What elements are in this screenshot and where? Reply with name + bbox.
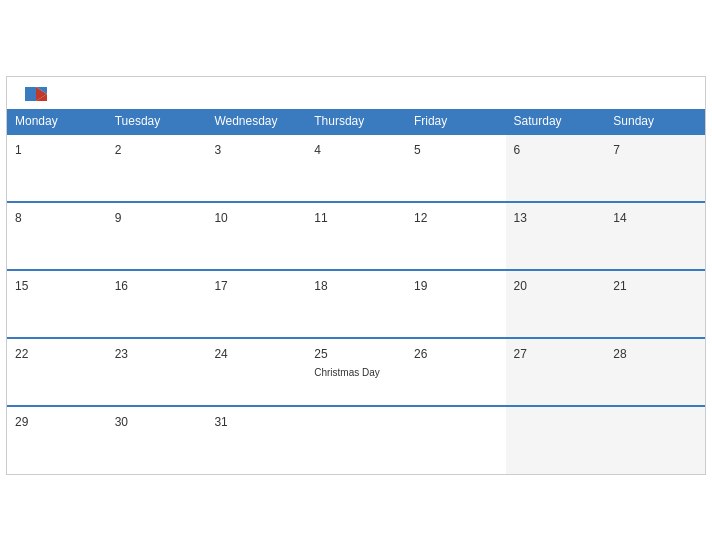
day-number: 11 <box>314 211 327 225</box>
day-number: 9 <box>115 211 122 225</box>
day-number: 18 <box>314 279 327 293</box>
calendar-cell <box>506 406 606 474</box>
day-number: 6 <box>514 143 521 157</box>
calendar-cell: 17 <box>206 270 306 338</box>
calendar-cell: 5 <box>406 134 506 202</box>
day-number: 3 <box>214 143 221 157</box>
svg-marker-2 <box>25 87 36 101</box>
weekday-header-thursday: Thursday <box>306 109 406 134</box>
calendar-cell: 11 <box>306 202 406 270</box>
day-number: 25 <box>314 347 327 361</box>
day-number: 16 <box>115 279 128 293</box>
weekday-header-saturday: Saturday <box>506 109 606 134</box>
day-number: 30 <box>115 415 128 429</box>
day-number: 22 <box>15 347 28 361</box>
calendar-cell: 28 <box>605 338 705 406</box>
calendar-cell: 2 <box>107 134 207 202</box>
day-number: 1 <box>15 143 22 157</box>
day-number: 7 <box>613 143 620 157</box>
weekday-header-wednesday: Wednesday <box>206 109 306 134</box>
day-number: 31 <box>214 415 227 429</box>
calendar-thead: MondayTuesdayWednesdayThursdayFridaySatu… <box>7 109 705 134</box>
weekday-header-sunday: Sunday <box>605 109 705 134</box>
calendar-cell: 1 <box>7 134 107 202</box>
calendar-cell: 25Christmas Day <box>306 338 406 406</box>
calendar-cell: 16 <box>107 270 207 338</box>
logo <box>23 87 47 101</box>
calendar-cell: 8 <box>7 202 107 270</box>
calendar-cell: 26 <box>406 338 506 406</box>
logo-flag-icon <box>25 87 47 101</box>
day-number: 23 <box>115 347 128 361</box>
calendar-cell: 10 <box>206 202 306 270</box>
day-number: 28 <box>613 347 626 361</box>
calendar-cell: 7 <box>605 134 705 202</box>
calendar-tbody: 1234567891011121314151617181920212223242… <box>7 134 705 474</box>
calendar-cell: 4 <box>306 134 406 202</box>
day-event: Christmas Day <box>314 367 380 378</box>
weekday-header-friday: Friday <box>406 109 506 134</box>
calendar-cell <box>406 406 506 474</box>
calendar-cell <box>605 406 705 474</box>
day-number: 24 <box>214 347 227 361</box>
day-number: 17 <box>214 279 227 293</box>
calendar-cell: 6 <box>506 134 606 202</box>
calendar-cell <box>306 406 406 474</box>
calendar: MondayTuesdayWednesdayThursdayFridaySatu… <box>6 76 706 475</box>
calendar-cell: 21 <box>605 270 705 338</box>
week-row-4: 22232425Christmas Day262728 <box>7 338 705 406</box>
day-number: 4 <box>314 143 321 157</box>
week-row-1: 1234567 <box>7 134 705 202</box>
day-number: 8 <box>15 211 22 225</box>
day-number: 26 <box>414 347 427 361</box>
week-row-5: 293031 <box>7 406 705 474</box>
calendar-cell: 9 <box>107 202 207 270</box>
day-number: 14 <box>613 211 626 225</box>
calendar-cell: 27 <box>506 338 606 406</box>
calendar-cell: 29 <box>7 406 107 474</box>
calendar-cell: 18 <box>306 270 406 338</box>
calendar-cell: 20 <box>506 270 606 338</box>
weekday-header-row: MondayTuesdayWednesdayThursdayFridaySatu… <box>7 109 705 134</box>
day-number: 20 <box>514 279 527 293</box>
calendar-cell: 14 <box>605 202 705 270</box>
calendar-cell: 31 <box>206 406 306 474</box>
calendar-cell: 30 <box>107 406 207 474</box>
week-row-3: 15161718192021 <box>7 270 705 338</box>
day-number: 15 <box>15 279 28 293</box>
calendar-cell: 19 <box>406 270 506 338</box>
weekday-header-monday: Monday <box>7 109 107 134</box>
day-number: 13 <box>514 211 527 225</box>
day-number: 2 <box>115 143 122 157</box>
calendar-cell: 22 <box>7 338 107 406</box>
calendar-cell: 13 <box>506 202 606 270</box>
calendar-cell: 23 <box>107 338 207 406</box>
day-number: 21 <box>613 279 626 293</box>
day-number: 29 <box>15 415 28 429</box>
calendar-header <box>7 77 705 109</box>
calendar-cell: 3 <box>206 134 306 202</box>
weekday-header-tuesday: Tuesday <box>107 109 207 134</box>
calendar-table: MondayTuesdayWednesdayThursdayFridaySatu… <box>7 109 705 474</box>
calendar-cell: 24 <box>206 338 306 406</box>
calendar-cell: 15 <box>7 270 107 338</box>
week-row-2: 891011121314 <box>7 202 705 270</box>
day-number: 10 <box>214 211 227 225</box>
day-number: 19 <box>414 279 427 293</box>
calendar-cell: 12 <box>406 202 506 270</box>
day-number: 27 <box>514 347 527 361</box>
day-number: 12 <box>414 211 427 225</box>
day-number: 5 <box>414 143 421 157</box>
